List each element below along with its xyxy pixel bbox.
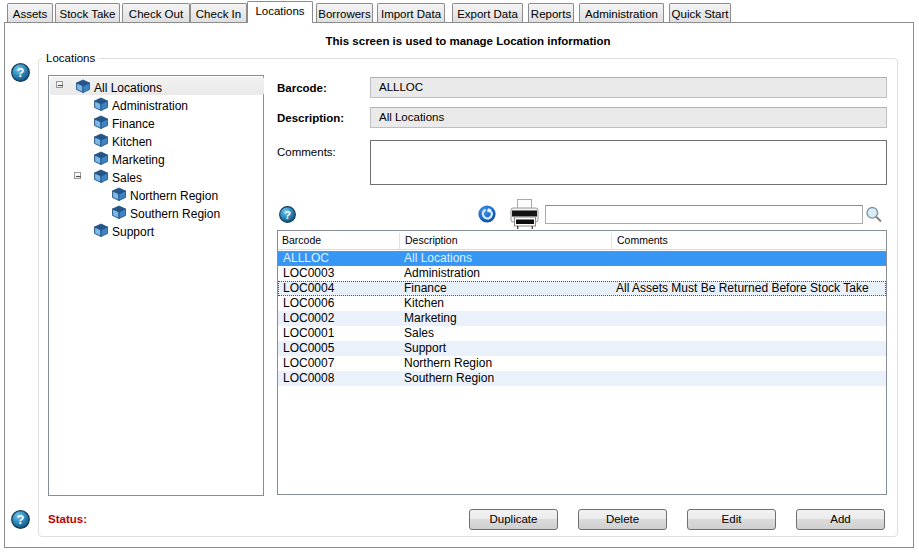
svg-text:?: ? bbox=[17, 65, 25, 80]
svg-text:?: ? bbox=[17, 512, 25, 527]
svg-text:?: ? bbox=[284, 208, 291, 221]
